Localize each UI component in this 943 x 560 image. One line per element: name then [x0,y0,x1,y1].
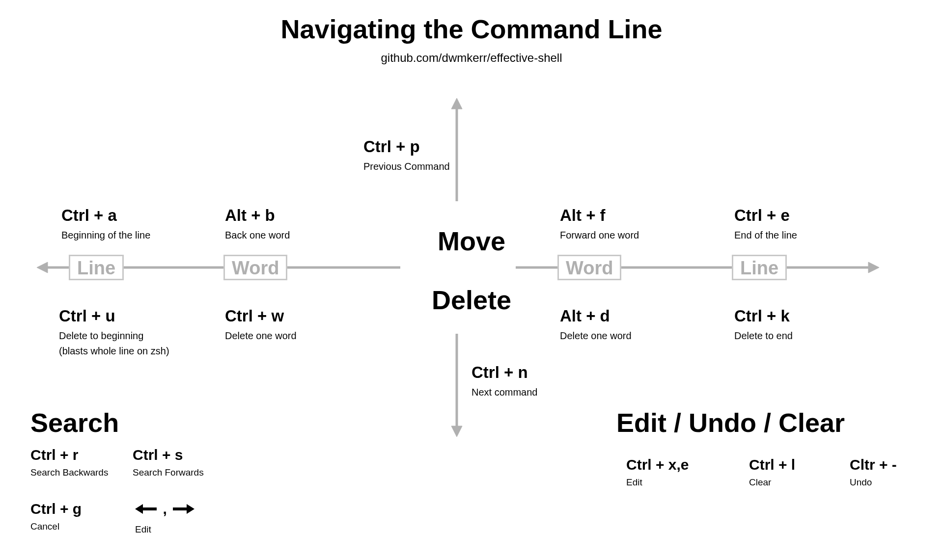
svg-marker-11 [187,504,194,514]
shortcut-key: Alt + d [560,307,632,325]
shortcut-desc: Delete one word [560,330,632,342]
shortcut-desc: Previous Command [363,161,450,172]
shortcut-desc: Beginning of the line [61,230,150,241]
shortcut-key: Alt + f [560,206,639,225]
shortcut-key: Cltr + - [850,456,897,473]
arrow-left-key-icon [135,502,159,516]
shortcut-cltr-dash: Cltr + - Undo [850,456,897,488]
shortcut-ctrl-k: Ctrl + k Delete to end [734,307,793,342]
svg-marker-3 [451,426,462,437]
shortcut-ctrl-n: Ctrl + n Next command [472,363,538,398]
arrow-keys-comma: , [161,501,168,517]
shortcut-alt-b: Alt + b Back one word [225,206,290,241]
svg-marker-7 [868,262,879,273]
shortcut-ctrl-l: Ctrl + l Clear [749,456,795,488]
diagram-subtitle: github.com/dwmkerr/effective-shell [0,51,943,65]
shortcut-desc: Edit [626,477,689,488]
shortcut-desc: Cancel [30,521,82,532]
svg-marker-5 [37,262,48,273]
shortcut-desc: End of the line [734,230,797,241]
shortcut-key: Ctrl + s [133,447,204,463]
shortcut-key: Ctrl + x,e [626,456,689,473]
shortcut-key: Ctrl + r [30,447,108,463]
shortcut-key: Ctrl + u [59,307,169,325]
shortcut-key: Ctrl + e [734,206,797,225]
shortcut-desc: Edit [135,524,194,535]
shortcut-ctrl-xe: Ctrl + x,e Edit [626,456,689,488]
axis-box-left-line: Line [69,255,124,280]
shortcut-desc-extra: (blasts whole line on zsh) [59,346,169,357]
shortcut-desc: Next command [472,387,538,398]
svg-marker-1 [451,98,462,109]
axis-box-right-line: Line [732,255,787,280]
shortcut-desc: Back one word [225,230,290,241]
shortcut-desc: Delete one word [225,330,297,342]
axis-box-right-word: Word [557,255,621,280]
shortcut-desc: Search Backwards [30,467,108,478]
shortcut-key: Ctrl + l [749,456,795,473]
shortcut-arrow-keys: , Edit [135,501,194,535]
shortcut-alt-f: Alt + f Forward one word [560,206,639,241]
shortcut-desc: Forward one word [560,230,639,241]
shortcut-key: Ctrl + p [363,137,450,156]
shortcut-key: Ctrl + w [225,307,297,325]
shortcut-key: Ctrl + n [472,363,538,382]
shortcut-alt-d: Alt + d Delete one word [560,307,632,342]
axis-box-left-word: Word [223,255,287,280]
shortcut-desc: Search Forwards [133,467,204,478]
shortcut-desc: Delete to beginning [59,330,169,342]
shortcut-ctrl-p: Ctrl + p Previous Command [363,137,450,172]
shortcut-key: Ctrl + g [30,501,82,517]
shortcut-ctrl-g: Ctrl + g Cancel [30,501,82,532]
svg-marker-9 [135,504,143,514]
shortcut-ctrl-e: Ctrl + e End of the line [734,206,797,241]
arrow-right-key-icon [171,502,194,516]
shortcut-key: Alt + b [225,206,290,225]
shortcut-desc: Delete to end [734,330,793,342]
arrow-down-icon [449,334,464,437]
shortcut-desc: Undo [850,477,897,488]
shortcut-ctrl-a: Ctrl + a Beginning of the line [61,206,150,241]
shortcut-ctrl-r: Ctrl + r Search Backwards [30,447,108,478]
section-search-title: Search [30,407,119,438]
arrow-up-icon [449,98,464,201]
shortcut-ctrl-u: Ctrl + u Delete to beginning (blasts who… [59,307,169,357]
shortcut-key: Ctrl + a [61,206,150,225]
shortcut-ctrl-s: Ctrl + s Search Forwards [133,447,204,478]
shortcut-ctrl-w: Ctrl + w Delete one word [225,307,297,342]
shortcut-desc: Clear [749,477,795,488]
shortcut-key: Ctrl + k [734,307,793,325]
section-edit-title: Edit / Undo / Clear [616,407,845,438]
diagram-title: Navigating the Command Line [0,14,943,44]
